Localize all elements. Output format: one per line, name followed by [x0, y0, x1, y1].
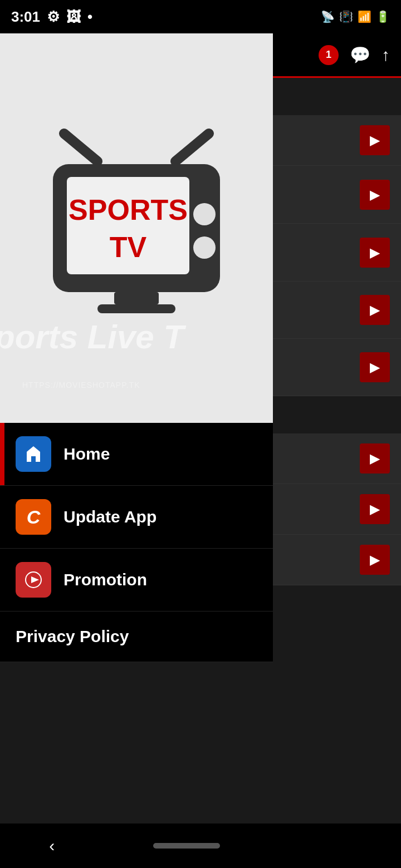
home-label: Home: [63, 445, 110, 463]
settings-icon: ⚙: [47, 8, 60, 26]
play-button-4[interactable]: ▶: [360, 295, 390, 325]
drawer-logo-area: SPORTS TV ports Live T HTTPS://MOVIESHOT…: [0, 33, 273, 423]
svg-marker-11: [31, 576, 39, 583]
svg-point-6: [193, 203, 216, 225]
message-icon[interactable]: 💬: [350, 45, 370, 65]
home-icon: [16, 436, 51, 472]
navigation-drawer: SPORTS TV ports Live T HTTPS://MOVIESHOT…: [0, 33, 273, 823]
active-indicator: [0, 423, 4, 485]
dot-icon: •: [87, 8, 92, 26]
bottom-navigation: ‹: [0, 823, 401, 868]
status-left: 3:01 ⚙ 🖼 •: [11, 8, 92, 26]
play-button-2[interactable]: ▶: [360, 180, 390, 210]
promotion-label: Promotion: [63, 570, 147, 589]
svg-line-1: [175, 134, 209, 161]
play-button-5[interactable]: ▶: [360, 352, 390, 382]
vibrate-icon: 📳: [339, 10, 353, 23]
play-button-last[interactable]: ▶: [360, 545, 390, 575]
play-button-3[interactable]: ▶: [360, 238, 390, 268]
play-button-1[interactable]: ▶: [360, 125, 390, 155]
menu-item-home[interactable]: Home: [0, 423, 273, 486]
privacy-label: Privacy Policy: [16, 627, 129, 646]
app-name-watermark: ports Live T: [0, 318, 184, 356]
menu-item-update[interactable]: C Update App: [0, 486, 273, 549]
status-icons-right: 📡 📳 📶 🔋: [321, 10, 390, 23]
status-bar: 3:01 ⚙ 🖼 • 📡 📳 📶 🔋: [0, 0, 401, 33]
battery-icon: 🔋: [376, 10, 390, 23]
cast-icon: 📡: [321, 10, 335, 23]
home-pill[interactable]: [153, 843, 220, 849]
menu-item-privacy[interactable]: Privacy Policy: [0, 611, 273, 662]
svg-line-0: [64, 134, 97, 161]
update-icon: C: [16, 499, 51, 535]
image-icon: 🖼: [66, 8, 81, 26]
svg-rect-8: [114, 292, 159, 304]
svg-point-7: [193, 236, 216, 259]
drawer-menu: Home C Update App Promotion Privacy Poli…: [0, 423, 273, 662]
url-watermark: HTTPS://MOVIESHOTAPP.TK: [22, 381, 140, 389]
sports-tv-logo: SPORTS TV: [36, 128, 237, 328]
svg-rect-9: [97, 304, 175, 313]
notification-badge[interactable]: 1: [319, 45, 339, 65]
play-button-v1[interactable]: ▶: [360, 443, 390, 474]
svg-text:TV: TV: [110, 231, 147, 263]
play-button-v2[interactable]: ▶: [360, 494, 390, 524]
update-label: Update App: [63, 507, 157, 526]
back-button[interactable]: ‹: [49, 836, 55, 855]
badge-count: 1: [319, 45, 339, 65]
signal-icon: 📶: [358, 10, 371, 23]
time-display: 3:01: [11, 8, 40, 26]
svg-text:SPORTS: SPORTS: [69, 194, 188, 226]
promotion-icon: [16, 562, 51, 598]
share-icon[interactable]: ↑: [382, 46, 390, 65]
menu-item-promotion[interactable]: Promotion: [0, 549, 273, 611]
